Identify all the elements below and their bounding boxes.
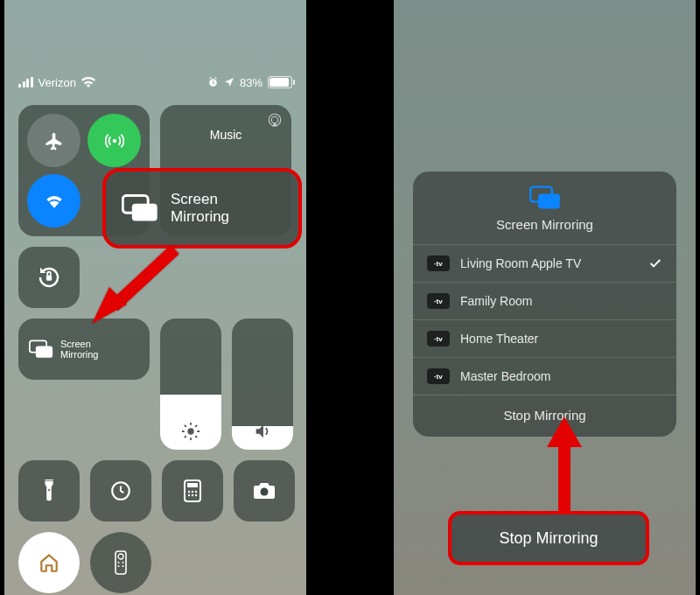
- svg-point-29: [122, 562, 124, 564]
- svg-rect-5: [36, 346, 52, 358]
- volume-slider[interactable]: [232, 318, 293, 450]
- phone-right: Screen Mirroring ∙tv Living Room Apple T…: [394, 0, 696, 595]
- device-name: Family Room: [460, 294, 532, 308]
- cellular-toggle[interactable]: [88, 114, 141, 167]
- device-list: ∙tv Living Room Apple TV ∙tv Family Room…: [413, 245, 676, 396]
- svg-rect-33: [132, 204, 158, 221]
- wifi-toggle[interactable]: [27, 174, 80, 228]
- device-name: Master Bedroom: [460, 369, 550, 383]
- svg-point-0: [113, 139, 116, 143]
- device-row[interactable]: ∙tv Home Theater: [413, 320, 676, 358]
- brightness-icon: [160, 422, 221, 441]
- svg-point-24: [195, 494, 197, 496]
- svg-point-28: [118, 562, 120, 564]
- battery-icon: [268, 76, 292, 88]
- svg-point-6: [187, 428, 193, 434]
- svg-rect-18: [187, 483, 198, 487]
- screen-mirroring-popup[interactable]: Screen Mirroring: [102, 168, 302, 248]
- screen-mirroring-panel: Screen Mirroring ∙tv Living Room Apple T…: [413, 172, 676, 437]
- apple-tv-remote-button[interactable]: [90, 532, 151, 593]
- svg-point-25: [261, 488, 269, 496]
- airplay-icon: [267, 112, 283, 128]
- svg-line-11: [185, 425, 186, 427]
- svg-point-27: [118, 554, 123, 559]
- appletv-badge-icon: ∙tv: [427, 256, 450, 271]
- location-icon: [224, 77, 234, 88]
- music-label: Music: [210, 128, 242, 142]
- svg-point-2: [271, 116, 278, 123]
- svg-point-15: [48, 489, 51, 492]
- device-name: Living Room Apple TV: [460, 256, 581, 270]
- device-name: Home Theater: [460, 332, 538, 346]
- svg-point-23: [192, 494, 193, 496]
- svg-line-13: [185, 436, 186, 438]
- home-button[interactable]: [18, 532, 80, 593]
- status-bar: Verizon 83%: [4, 72, 306, 93]
- svg-line-14: [195, 425, 197, 427]
- phone-left: Verizon 83%: [4, 0, 306, 595]
- device-row[interactable]: ∙tv Master Bedroom: [413, 358, 676, 396]
- brightness-slider[interactable]: [160, 318, 221, 450]
- signal-bars-icon: [18, 77, 33, 88]
- svg-point-21: [195, 491, 197, 493]
- panel-title: Screen Mirroring: [496, 217, 593, 232]
- appletv-badge-icon: ∙tv: [427, 331, 450, 346]
- appletv-badge-icon: ∙tv: [427, 293, 450, 309]
- device-row[interactable]: ∙tv Living Room Apple TV: [413, 245, 676, 283]
- device-row[interactable]: ∙tv Family Room: [413, 283, 676, 320]
- svg-point-22: [188, 494, 190, 496]
- svg-point-19: [188, 491, 190, 493]
- stop-mirroring-button[interactable]: Stop Mirroring: [413, 396, 676, 437]
- screen-mirroring-popup-label: Screen Mirroring: [171, 191, 229, 226]
- screen-mirroring-label: Screen Mirroring: [60, 339, 98, 360]
- svg-line-12: [195, 436, 197, 438]
- svg-rect-26: [116, 551, 126, 574]
- camera-button[interactable]: [234, 460, 295, 522]
- checkmark-icon: [648, 256, 662, 270]
- svg-point-30: [118, 565, 120, 567]
- screen-mirroring-icon: [29, 340, 53, 359]
- orientation-lock-button[interactable]: [18, 247, 80, 308]
- screen-mirroring-tile[interactable]: Screen Mirroring: [18, 318, 150, 380]
- svg-rect-3: [46, 276, 52, 281]
- stop-mirroring-popup[interactable]: Stop Mirroring: [448, 511, 649, 565]
- alarm-icon: [207, 77, 219, 88]
- calculator-button[interactable]: [162, 460, 223, 522]
- wifi-icon: [81, 77, 95, 88]
- carrier-label: Verizon: [38, 76, 76, 89]
- screen-mirroring-icon: [122, 194, 158, 222]
- flashlight-button[interactable]: [18, 460, 80, 522]
- battery-pct-label: 83%: [240, 76, 262, 89]
- svg-point-31: [122, 565, 124, 567]
- stop-mirroring-popup-label: Stop Mirroring: [499, 529, 598, 548]
- svg-rect-36: [538, 194, 560, 209]
- stop-mirroring-label: Stop Mirroring: [503, 408, 585, 423]
- timer-button[interactable]: [90, 460, 151, 522]
- appletv-badge-icon: ∙tv: [427, 368, 450, 384]
- airplane-toggle[interactable]: [27, 114, 80, 167]
- svg-point-20: [192, 491, 193, 493]
- volume-icon: [232, 422, 293, 441]
- screen-mirroring-icon: [529, 186, 561, 210]
